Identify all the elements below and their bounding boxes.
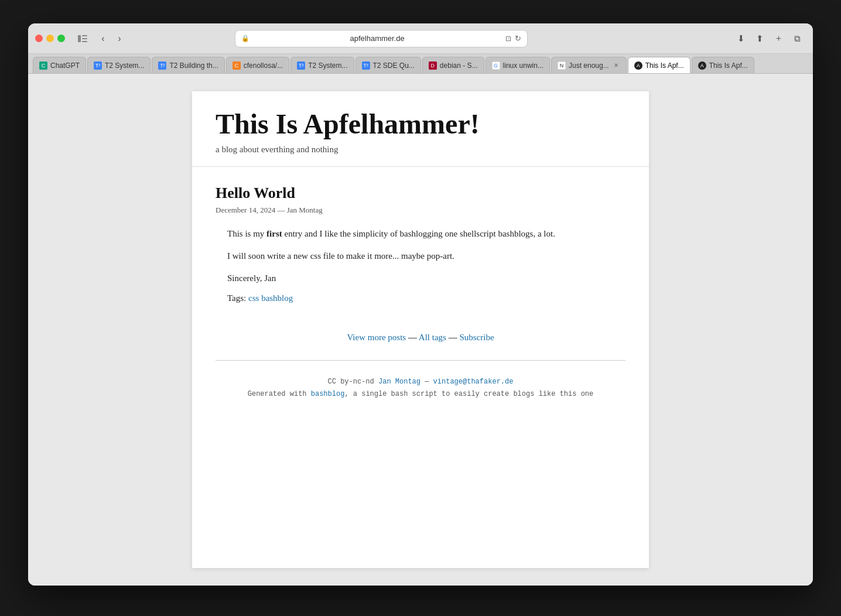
tab-favicon-just-enough: N (558, 61, 566, 70)
tab-label-just-enough: Just enoug... (569, 61, 609, 70)
blog-title: This Is Apfelhammer! (216, 109, 625, 140)
tab-t2-sde[interactable]: T² T2 SDE Qu... (355, 57, 421, 73)
tab-label-debian: debian - S... (440, 61, 478, 70)
post-body: This is my first entry and I like the si… (227, 227, 625, 303)
tab-favicon-t2-system1: T² (94, 61, 102, 70)
tab-just-enough[interactable]: N Just enoug... ✕ (551, 57, 627, 73)
tab-favicon-cfenollosa: C (233, 61, 241, 70)
footer-license-line: CC by-nc-nd Jan Montag — vintage@thafake… (216, 376, 625, 389)
tab-close-just-enough[interactable]: ✕ (612, 61, 620, 70)
tab-label-chatgpt: ChatGPT (50, 61, 80, 70)
blog-container: This Is Apfelhammer! a blog about everth… (192, 91, 649, 568)
tab-this-apf1[interactable]: A This Is Apf... (628, 57, 690, 73)
footer-generated-line: Generated with bashblog, a single bash s… (216, 388, 625, 401)
browser-window: ‹ › 🔒 apfelhammer.de ⊡ ↻ ⬇ ⬆ ＋ ⧉ C ChatG… (28, 23, 813, 586)
new-tab-button[interactable]: ＋ (771, 30, 787, 47)
footer-sep2: — (449, 333, 460, 342)
tab-favicon-this-apf1: A (634, 61, 642, 70)
tab-t2-system2[interactable]: T² T2 System... (290, 57, 354, 73)
tab-favicon-this-apf2: A (698, 61, 706, 70)
svg-rect-1 (82, 35, 87, 36)
tab-favicon-chatgpt: C (39, 61, 47, 70)
tag-css[interactable]: css (248, 293, 259, 303)
url-text: apfelhammer.de (253, 34, 502, 43)
post-para1-before: This is my (227, 229, 266, 238)
sidebar-toggle-button[interactable] (74, 33, 91, 45)
footer-license-text: CC by-nc-nd (328, 378, 378, 386)
svg-rect-3 (82, 41, 87, 42)
post-paragraph-3: Sincerely, Jan (227, 271, 625, 285)
tab-cfenollosa[interactable]: C cfenollosa/... (226, 57, 289, 73)
page-content: This Is Apfelhammer! a blog about everth… (28, 74, 813, 586)
tab-label-this-apf1: This Is Apf... (645, 61, 684, 70)
post-paragraph-1: This is my first entry and I like the si… (227, 227, 625, 241)
tab-label-t2-building: T2 Building th... (169, 61, 218, 70)
reload-icon[interactable]: ↻ (515, 34, 521, 43)
tabs-bar: C ChatGPT T² T2 System... T² T2 Building… (28, 54, 813, 74)
tag-bashblog[interactable]: bashblog (261, 293, 293, 303)
tab-debian[interactable]: D debian - S... (422, 57, 484, 73)
footer-sep1: — (408, 333, 419, 342)
tab-label-t2-sde: T2 SDE Qu... (373, 61, 415, 70)
toolbar-right: ⬇ ⬆ ＋ ⧉ (733, 30, 806, 47)
tab-label-t2-system2: T2 System... (308, 61, 347, 70)
lock-icon: 🔒 (241, 35, 249, 42)
tab-chatgpt[interactable]: C ChatGPT (33, 57, 86, 73)
post-footer-links: View more posts — All tags — Subscribe (192, 321, 649, 354)
post-tags: Tags: css bashblog (227, 293, 625, 303)
tab-label-t2-system1: T2 System... (105, 61, 144, 70)
footer-generator-link[interactable]: bashblog (311, 390, 345, 398)
site-footer: CC by-nc-nd Jan Montag — vintage@thafake… (192, 367, 649, 415)
nav-buttons: ‹ › (95, 31, 127, 46)
minimize-window-button[interactable] (46, 35, 54, 42)
tab-label-linux-unwin: linux unwin... (503, 61, 543, 70)
svg-rect-2 (82, 38, 87, 39)
tab-favicon-t2-sde: T² (362, 61, 370, 70)
tab-t2-system1[interactable]: T² T2 System... (87, 57, 151, 73)
title-bar: ‹ › 🔒 apfelhammer.de ⊡ ↻ ⬇ ⬆ ＋ ⧉ (28, 23, 813, 54)
tab-favicon-t2-system2: T² (297, 61, 305, 70)
subscribe-link[interactable]: Subscribe (459, 333, 494, 342)
tab-t2-building[interactable]: T² T2 Building th... (152, 57, 224, 73)
footer-divider (216, 360, 625, 361)
address-bar[interactable]: 🔒 apfelhammer.de ⊡ ↻ (235, 30, 528, 47)
blog-header: This Is Apfelhammer! a blog about everth… (192, 91, 649, 167)
tab-favicon-t2-building: T² (158, 61, 166, 70)
post-para1-bold: first (266, 229, 282, 238)
tab-favicon-debian: D (429, 61, 437, 70)
share-button[interactable]: ⬆ (752, 30, 768, 47)
blog-post: Hello World December 14, 2024 — Jan Mont… (192, 167, 649, 321)
post-title: Hello World (216, 184, 625, 202)
tab-label-cfenollosa: cfenollosa/... (244, 61, 283, 70)
view-more-posts-link[interactable]: View more posts (347, 333, 406, 342)
footer-author-name[interactable]: Jan Montag (378, 378, 420, 386)
footer-generated-prefix: Generated with (248, 390, 311, 398)
fullscreen-window-button[interactable] (57, 35, 65, 42)
reader-icon[interactable]: ⊡ (505, 35, 511, 43)
forward-button[interactable]: › (112, 31, 127, 46)
post-para1-after: entry and I like the simplicity of bashl… (282, 229, 555, 238)
close-window-button[interactable] (35, 35, 43, 42)
tab-linux-unwin[interactable]: G linux unwin... (486, 57, 550, 73)
tags-label: Tags: (227, 293, 248, 303)
svg-rect-0 (78, 35, 81, 42)
tab-favicon-linux-unwin: G (492, 61, 500, 70)
back-button[interactable]: ‹ (95, 31, 111, 46)
post-paragraph-2: I will soon write a new css file to make… (227, 249, 625, 263)
blog-subtitle: a blog about everthing and nothing (216, 145, 625, 155)
download-button[interactable]: ⬇ (733, 30, 750, 47)
footer-dash: — (420, 378, 433, 386)
all-tags-link[interactable]: All tags (419, 333, 446, 342)
tab-overview-button[interactable]: ⧉ (789, 30, 806, 47)
tab-label-this-apf2: This Is Apf... (709, 61, 748, 70)
traffic-lights (35, 35, 65, 42)
footer-author-email[interactable]: vintage@thafaker.de (433, 378, 514, 386)
footer-generated-suffix: , a single bash script to easily create … (344, 390, 593, 398)
post-meta: December 14, 2024 — Jan Montag (216, 206, 625, 215)
tab-this-apf2[interactable]: A This Is Apf... (692, 57, 754, 73)
